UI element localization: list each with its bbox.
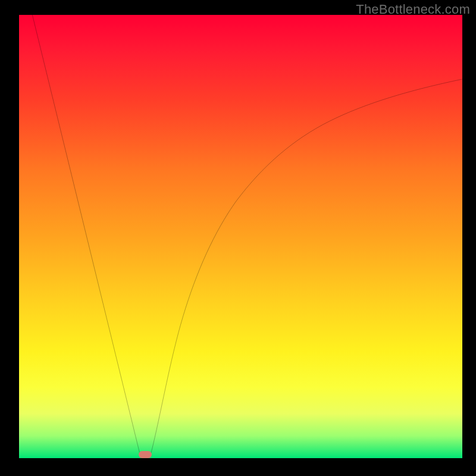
optimal-point-marker — [139, 451, 152, 458]
left-branch-path — [32, 15, 139, 453]
chart-curve — [19, 15, 462, 458]
right-branch-path — [151, 79, 462, 453]
plot-area — [19, 15, 462, 458]
chart-frame: TheBottleneck.com — [0, 0, 476, 476]
